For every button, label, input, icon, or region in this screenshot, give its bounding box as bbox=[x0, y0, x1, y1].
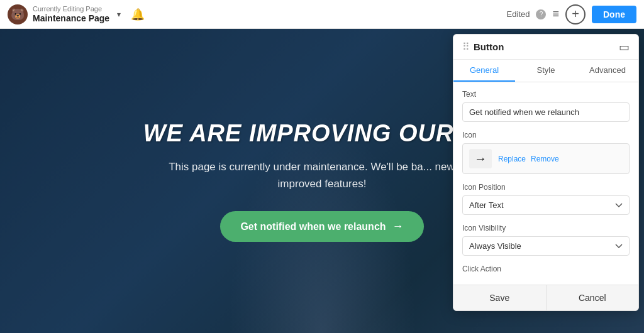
icon-section: Icon → Replace Remove bbox=[462, 131, 630, 174]
icon-row: → Replace Remove bbox=[462, 143, 630, 174]
icon-visibility-select[interactable]: Always Visible On Hover Hidden bbox=[462, 236, 630, 256]
page-info-top: Currently Editing Page bbox=[33, 5, 109, 13]
panel-minimize-icon[interactable]: ▭ bbox=[619, 41, 630, 53]
cta-arrow-icon: → bbox=[392, 220, 404, 233]
panel-tabs: General Style Advanced bbox=[453, 60, 638, 82]
icon-position-group: Icon Position After Text Before Text bbox=[462, 183, 630, 215]
tab-advanced[interactable]: Advanced bbox=[577, 60, 638, 82]
click-action-group: Click Action bbox=[462, 265, 630, 273]
text-input[interactable] bbox=[462, 102, 630, 122]
save-button[interactable]: Save bbox=[453, 285, 547, 310]
panel-body: Text Icon → Replace Remove Icon Position bbox=[453, 82, 638, 285]
remove-icon-link[interactable]: Remove bbox=[531, 155, 559, 163]
done-button[interactable]: Done bbox=[592, 6, 636, 23]
icon-preview: → bbox=[469, 149, 492, 168]
button-settings-panel: ⠿ Button ▭ General Style Advanced Text I… bbox=[453, 34, 639, 311]
icon-field-label: Icon bbox=[462, 131, 630, 139]
replace-icon-link[interactable]: Replace bbox=[498, 155, 526, 163]
edited-status: Edited bbox=[507, 9, 530, 19]
page-info-bottom: Maintenance Page bbox=[33, 13, 109, 24]
main-area: We Are Improving Our We This page is cur… bbox=[0, 29, 644, 333]
panel-header: ⠿ Button ▭ bbox=[453, 35, 638, 60]
cta-button[interactable]: Get notified when we relaunch → bbox=[220, 211, 423, 242]
tab-style[interactable]: Style bbox=[515, 60, 577, 82]
text-field-label: Text bbox=[462, 90, 630, 99]
panel-title: Button bbox=[474, 41, 619, 52]
page-info: Currently Editing Page Maintenance Page bbox=[33, 5, 109, 24]
text-field-group: Text bbox=[462, 90, 630, 122]
cancel-button[interactable]: Cancel bbox=[547, 285, 639, 310]
icon-position-select[interactable]: After Text Before Text bbox=[462, 195, 630, 215]
topbar: 🐻 Currently Editing Page Maintenance Pag… bbox=[0, 0, 644, 29]
icon-visibility-label: Icon Visibility bbox=[462, 224, 630, 232]
icon-position-label: Icon Position bbox=[462, 183, 630, 192]
icon-visibility-group: Icon Visibility Always Visible On Hover … bbox=[462, 224, 630, 256]
list-icon[interactable]: ≡ bbox=[552, 8, 559, 21]
panel-footer: Save Cancel bbox=[453, 285, 638, 310]
page-switcher-chevron[interactable]: ▾ bbox=[117, 10, 121, 19]
main-heading: We Are Improving Our We bbox=[143, 120, 501, 147]
tab-general[interactable]: General bbox=[453, 60, 515, 82]
topbar-right: Edited ? ≡ + Done bbox=[507, 4, 636, 25]
panel-drag-handle[interactable]: ⠿ bbox=[462, 41, 470, 53]
help-icon[interactable]: ? bbox=[536, 9, 546, 19]
icon-actions: Replace Remove bbox=[498, 155, 559, 163]
bear-logo: 🐻 bbox=[8, 4, 28, 25]
cta-label: Get notified when we relaunch bbox=[240, 221, 386, 232]
add-button[interactable]: + bbox=[565, 4, 586, 25]
notification-bell-icon[interactable]: 🔔 bbox=[131, 8, 145, 21]
click-action-label: Click Action bbox=[462, 265, 630, 273]
topbar-left: 🐻 Currently Editing Page Maintenance Pag… bbox=[8, 4, 145, 25]
sub-text: This page is currently under maintenance… bbox=[165, 158, 479, 192]
